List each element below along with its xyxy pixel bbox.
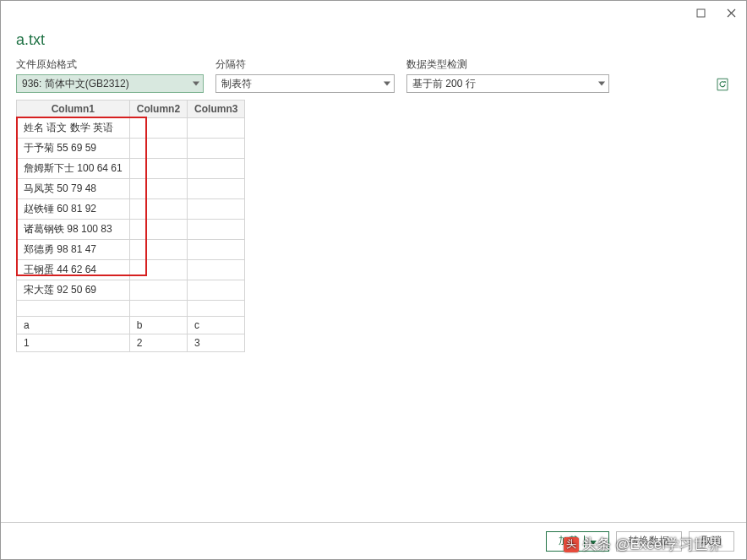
table-row[interactable]: abc — [17, 317, 245, 334]
delimiter-dropdown[interactable]: 制表符 — [215, 74, 395, 93]
detection-group: 数据类型检测 基于前 200 行 — [406, 57, 609, 93]
table-row[interactable]: 王钢蛋 44 62 64 — [17, 260, 245, 280]
table-row[interactable] — [17, 301, 245, 317]
dialog-window: a.txt 文件原始格式 936: 简体中文(GB2312) 分隔符 制表符 数… — [0, 0, 747, 560]
chevron-down-icon — [384, 82, 390, 86]
table-cell — [188, 159, 245, 179]
table-cell: 郑德勇 98 81 47 — [17, 240, 130, 260]
column-header[interactable]: Column1 — [17, 101, 130, 118]
table-cell — [129, 280, 187, 301]
table-cell — [129, 220, 187, 240]
close-button[interactable] — [719, 3, 743, 22]
cancel-label: 取消 — [701, 534, 722, 548]
table-cell — [188, 199, 245, 220]
table-cell — [188, 280, 245, 301]
svg-rect-0 — [697, 9, 705, 17]
chevron-down-icon — [598, 82, 605, 86]
table-cell: 2 — [129, 334, 187, 352]
detection-value: 基于前 200 行 — [412, 77, 476, 91]
table-cell — [129, 118, 187, 139]
encoding-value: 936: 简体中文(GB2312) — [22, 77, 129, 91]
encoding-dropdown[interactable]: 936: 简体中文(GB2312) — [16, 74, 204, 93]
chevron-down-icon — [193, 82, 199, 86]
preview-table: Column1 Column2 Column3 姓名 语文 数学 英语于予菊 5… — [16, 100, 245, 352]
table-cell — [188, 179, 245, 199]
table-cell: 1 — [17, 334, 130, 352]
load-label: 加载 — [559, 534, 579, 548]
detection-label: 数据类型检测 — [406, 57, 609, 72]
table-cell: 王钢蛋 44 62 64 — [17, 260, 130, 280]
table-cell — [129, 179, 187, 199]
table-row[interactable]: 姓名 语文 数学 英语 — [17, 118, 245, 139]
table-cell — [188, 220, 245, 240]
table-cell: 于予菊 55 69 59 — [17, 139, 130, 159]
load-button[interactable]: 加载 — [546, 531, 609, 552]
table-cell: 3 — [188, 334, 245, 352]
delimiter-value: 制表符 — [221, 77, 252, 91]
title-bar — [1, 1, 746, 24]
table-cell — [188, 240, 245, 260]
dialog-content: a.txt 文件原始格式 936: 简体中文(GB2312) 分隔符 制表符 数… — [1, 24, 746, 522]
table-cell: b — [129, 317, 187, 334]
table-cell — [188, 260, 245, 280]
table-cell — [129, 240, 187, 260]
table-cell: c — [188, 317, 245, 334]
table-cell: 赵铁锤 60 81 92 — [17, 199, 130, 220]
table-cell — [129, 139, 187, 159]
chevron-down-icon[interactable] — [584, 536, 597, 547]
transform-label: 转换数据 — [629, 534, 669, 548]
table-row[interactable]: 马凤英 50 79 48 — [17, 179, 245, 199]
table-cell: 宋大莲 92 50 69 — [17, 280, 130, 301]
delimiter-label: 分隔符 — [215, 57, 395, 72]
table-cell: 诸葛钢铁 98 100 83 — [17, 220, 130, 240]
preview-area: Column1 Column2 Column3 姓名 语文 数学 英语于予菊 5… — [16, 100, 731, 522]
delimiter-group: 分隔符 制表符 — [215, 57, 395, 93]
table-row[interactable]: 诸葛钢铁 98 100 83 — [17, 220, 245, 240]
table-row[interactable]: 赵铁锤 60 81 92 — [17, 199, 245, 220]
table-cell — [188, 301, 245, 317]
table-cell — [129, 159, 187, 179]
table-cell — [129, 199, 187, 220]
encoding-label: 文件原始格式 — [16, 57, 204, 72]
cancel-button[interactable]: 取消 — [689, 531, 734, 552]
table-row[interactable]: 宋大莲 92 50 69 — [17, 280, 245, 301]
table-row[interactable]: 123 — [17, 334, 245, 352]
table-row[interactable]: 郑德勇 98 81 47 — [17, 240, 245, 260]
controls-row: 文件原始格式 936: 简体中文(GB2312) 分隔符 制表符 数据类型检测 … — [16, 57, 731, 93]
table-row[interactable]: 于予菊 55 69 59 — [17, 139, 245, 159]
column-header[interactable]: Column2 — [129, 101, 187, 118]
table-cell — [17, 301, 130, 317]
encoding-group: 文件原始格式 936: 简体中文(GB2312) — [16, 57, 204, 93]
transform-button[interactable]: 转换数据 — [616, 531, 682, 552]
header-row: Column1 Column2 Column3 — [17, 101, 245, 118]
table-cell — [129, 301, 187, 317]
table-cell: 姓名 语文 数学 英语 — [17, 118, 130, 139]
table-cell: 马凤英 50 79 48 — [17, 179, 130, 199]
dialog-footer: 加载 转换数据 取消 — [1, 522, 746, 559]
table-cell — [188, 139, 245, 159]
maximize-button[interactable] — [689, 3, 712, 22]
file-title: a.txt — [16, 31, 731, 49]
table-cell: 詹姆斯下士 100 64 61 — [17, 159, 130, 179]
table-row[interactable]: 詹姆斯下士 100 64 61 — [17, 159, 245, 179]
detection-dropdown[interactable]: 基于前 200 行 — [406, 74, 609, 93]
column-header[interactable]: Column3 — [188, 101, 245, 118]
refresh-icon[interactable] — [714, 76, 731, 93]
table-cell — [129, 260, 187, 280]
table-cell — [188, 118, 245, 139]
table-cell: a — [17, 317, 130, 334]
